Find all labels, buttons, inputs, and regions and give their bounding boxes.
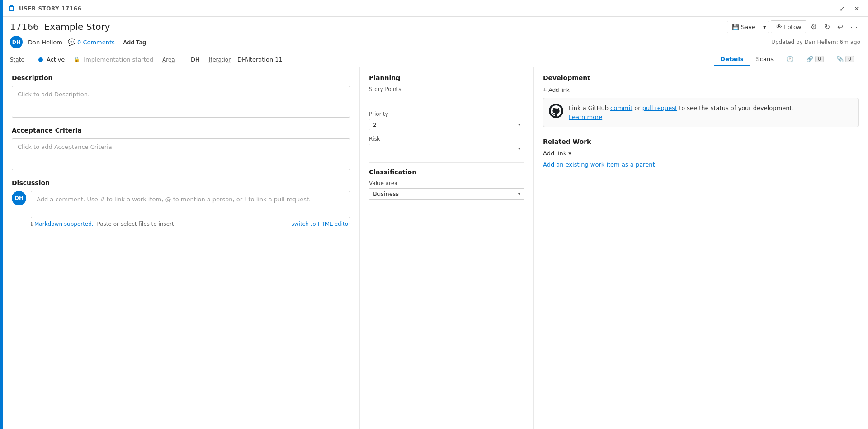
value-area-label: Value area [369, 180, 524, 186]
undo-button[interactable]: ↩ [835, 21, 846, 33]
tab-attachments[interactable]: 📎 0 [830, 53, 860, 66]
reason-value: Implementation started [84, 56, 153, 63]
links-count: 0 [815, 56, 824, 62]
settings-icon: ⚙ [811, 23, 817, 31]
learn-more-link[interactable]: Learn more [569, 114, 602, 120]
github-card: Link a GitHub commit or pull request to … [543, 98, 859, 127]
discussion-avatar: DH [12, 191, 26, 205]
priority-select[interactable]: 2 ▾ [369, 119, 524, 130]
save-dropdown-button[interactable]: ▾ [760, 21, 769, 33]
iteration-field[interactable]: Iteration DH\Iteration 11 [209, 52, 283, 67]
avatar: DH [10, 36, 23, 48]
area-field[interactable]: Area DH [162, 52, 200, 67]
github-or: or [632, 105, 642, 111]
discussion-input[interactable]: Add a comment. Use # to link a work item… [31, 191, 350, 218]
value-area-select[interactable]: Business ▾ [369, 188, 524, 200]
discussion-title: Discussion [12, 179, 350, 186]
links-tab-content: 🔗 0 [806, 56, 824, 62]
related-work-add-link-button[interactable]: Add link ▾ [543, 150, 859, 157]
planning-divider [369, 162, 524, 163]
switch-editor-link[interactable]: switch to HTML editor [291, 221, 350, 227]
area-label: Area [162, 57, 187, 63]
title-row: 17166 Example Story 💾 Save ▾ [10, 20, 860, 33]
add-existing-parent-link[interactable]: Add an existing work item as a parent [543, 161, 655, 168]
related-work-title: Related Work [543, 138, 859, 145]
github-commit-link[interactable]: commit [610, 105, 632, 111]
more-options-button[interactable]: ⋯ [848, 21, 860, 33]
tab-scans[interactable]: Scans [750, 53, 780, 66]
tab-history[interactable]: 🕐 [780, 53, 800, 66]
priority-field: Priority 2 ▾ [369, 111, 524, 130]
follow-eye-icon: 👁 [776, 23, 782, 30]
description-input[interactable]: Click to add Description. [12, 86, 350, 118]
discussion-footer-left: ℹ Markdown supported. Paste or select fi… [31, 221, 176, 227]
header-meta-row: DH Dan Hellem 💬 0 Comments Add Tag Updat… [10, 36, 860, 48]
middle-pane: Planning Story Points Priority 2 ▾ [360, 67, 534, 429]
value-area-chevron-icon: ▾ [518, 191, 520, 196]
risk-field: Risk ▾ [369, 136, 524, 153]
risk-chevron-icon: ▾ [518, 146, 520, 151]
description-section: Description Click to add Description. [12, 74, 350, 118]
related-add-chevron-icon: ▾ [568, 150, 571, 157]
acceptance-criteria-placeholder: Click to add Acceptance Criteria. [18, 143, 114, 150]
iteration-label: Iteration [209, 57, 234, 63]
updated-by-text: Updated by Dan Hellem: 6m ago [771, 39, 860, 45]
work-item-title[interactable]: Example Story [44, 21, 110, 32]
state-field[interactable]: State Active [10, 52, 65, 67]
state-value: Active [47, 56, 65, 63]
header-actions: 💾 Save ▾ 👁 Follow ⚙ [727, 20, 860, 33]
fields-area: State Active 🔒 Implementation started Ar… [10, 52, 714, 67]
tab-links[interactable]: 🔗 0 [800, 53, 830, 66]
attachment-icon: 📎 [836, 56, 844, 62]
right-pane: Development + Add link [534, 67, 868, 429]
comment-bubble-icon: 💬 [68, 38, 75, 46]
work-item-header: 17166 Example Story 💾 Save ▾ [3, 17, 868, 52]
tab-details[interactable]: Details [714, 53, 750, 66]
markdown-link[interactable]: Markdown supported. [34, 221, 94, 227]
priority-value: 2 [373, 121, 518, 128]
acceptance-criteria-input[interactable]: Click to add Acceptance Criteria. [12, 138, 350, 170]
story-points-field: Story Points [369, 86, 524, 105]
close-button[interactable]: ✕ [851, 4, 862, 13]
story-points-input[interactable] [369, 94, 524, 105]
state-label: State [10, 57, 35, 63]
save-dropdown-icon: ▾ [763, 24, 766, 30]
description-placeholder: Click to add Description. [18, 91, 90, 98]
classification-section: Classification Value area Business ▾ [369, 168, 524, 200]
reason-field[interactable]: 🔒 Implementation started [74, 52, 153, 67]
save-icon: 💾 [732, 24, 739, 30]
save-label: Save [741, 24, 755, 30]
window-controls: ⤢ ✕ [837, 4, 862, 13]
state-dot [38, 57, 43, 62]
development-title: Development [543, 74, 859, 81]
development-section: Development + Add link [543, 74, 859, 127]
add-tag-button[interactable]: Add Tag [120, 38, 149, 47]
refresh-button[interactable]: ↻ [821, 21, 833, 33]
discussion-input-wrapper: Add a comment. Use # to link a work item… [31, 191, 350, 227]
title-bar-text: USER STORY 17166 [19, 5, 81, 12]
attachments-count: 0 [845, 56, 854, 62]
info-icon: ℹ [31, 221, 33, 227]
tabs-row: Details Scans 🕐 🔗 0 [714, 53, 860, 66]
fields-tabs-bar: State Active 🔒 Implementation started Ar… [3, 52, 868, 67]
github-logo-icon [549, 104, 563, 118]
save-button-group[interactable]: 💾 Save ▾ [727, 21, 769, 33]
planning-section: Planning Story Points Priority 2 ▾ [369, 74, 524, 153]
development-add-link-button[interactable]: + Add link [543, 86, 569, 93]
comments-link[interactable]: 💬 0 Comments [68, 38, 115, 46]
settings-button[interactable]: ⚙ [808, 21, 820, 33]
save-button-main[interactable]: 💾 Save [727, 21, 760, 33]
follow-button[interactable]: 👁 Follow [771, 20, 806, 33]
comments-count: 0 Comments [77, 39, 115, 46]
github-description: Link a GitHub commit or pull request to … [569, 104, 794, 121]
risk-select[interactable]: ▾ [369, 144, 524, 153]
github-pr-link[interactable]: pull request [642, 105, 677, 111]
planning-title: Planning [369, 74, 524, 81]
related-add-link-label: Add link [543, 150, 566, 157]
priority-chevron-icon: ▾ [518, 122, 520, 127]
expand-button[interactable]: ⤢ [837, 4, 848, 13]
follow-label: Follow [784, 24, 801, 30]
more-icon: ⋯ [850, 23, 858, 31]
acceptance-criteria-title: Acceptance Criteria [12, 127, 350, 134]
iteration-value: DH\Iteration 11 [237, 56, 283, 63]
